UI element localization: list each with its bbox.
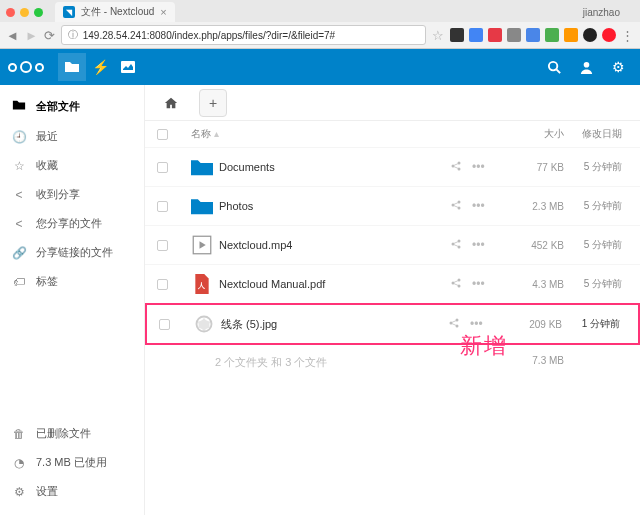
- header-size[interactable]: 大小: [520, 127, 574, 141]
- share-icon[interactable]: [450, 277, 462, 292]
- sidebar-item[interactable]: 🏷标签: [0, 267, 144, 296]
- file-size: 4.3 MB: [520, 279, 574, 290]
- more-icon[interactable]: •••: [472, 160, 485, 175]
- contacts-icon[interactable]: [572, 53, 600, 81]
- svg-line-19: [454, 244, 458, 246]
- window-controls[interactable]: [6, 8, 43, 17]
- file-date: 5 分钟前: [574, 160, 628, 174]
- tag-icon: 🏷: [12, 275, 26, 289]
- svg-line-13: [454, 205, 458, 207]
- extension-icons: ⋮: [450, 28, 634, 43]
- image-icon: [191, 312, 217, 336]
- ext-icon[interactable]: [488, 28, 502, 42]
- reload-button[interactable]: ⟳: [44, 28, 55, 43]
- row-checkbox[interactable]: [157, 201, 168, 212]
- file-row[interactable]: Photos ••• 2.3 MB 5 分钟前: [145, 186, 640, 225]
- sidebar-item[interactable]: ☆收藏: [0, 151, 144, 180]
- address-bar[interactable]: ⓘ 149.28.54.241:8080/index.php/apps/file…: [61, 25, 426, 45]
- add-new-button[interactable]: +: [199, 89, 227, 117]
- file-name[interactable]: 线条 (5).jpg: [221, 317, 448, 332]
- ext-icon[interactable]: [507, 28, 521, 42]
- search-icon[interactable]: [540, 53, 568, 81]
- link-icon: 🔗: [12, 246, 26, 260]
- browser-tab[interactable]: ◥ 文件 - Nextcloud ×: [55, 2, 175, 22]
- pie-icon: ◔: [12, 456, 26, 470]
- ext-icon[interactable]: [526, 28, 540, 42]
- back-button[interactable]: ◄: [6, 28, 19, 43]
- list-header: 名称 ▴ 大小 修改日期: [145, 121, 640, 147]
- row-checkbox[interactable]: [159, 319, 170, 330]
- row-checkbox[interactable]: [157, 279, 168, 290]
- ext-icon[interactable]: [545, 28, 559, 42]
- more-icon[interactable]: •••: [470, 317, 483, 332]
- share-icon[interactable]: [450, 199, 462, 214]
- close-window-icon[interactable]: [6, 8, 15, 17]
- sidebar-item[interactable]: <您分享的文件: [0, 209, 144, 238]
- row-checkbox[interactable]: [157, 162, 168, 173]
- select-all-checkbox[interactable]: [157, 129, 168, 140]
- file-name[interactable]: Documents: [219, 161, 450, 173]
- sidebar-item[interactable]: 🔗分享链接的文件: [0, 238, 144, 267]
- app-header: ⚡ ⚙: [0, 49, 640, 85]
- sidebar-item-label: 标签: [36, 274, 58, 289]
- browser-chrome: ◥ 文件 - Nextcloud × jianzhao ◄ ► ⟳ ⓘ 149.…: [0, 0, 640, 49]
- summary-text: 2 个文件夹 和 3 个文件: [215, 355, 450, 370]
- share-icon[interactable]: [450, 238, 462, 253]
- activity-app-icon[interactable]: ⚡: [86, 53, 114, 81]
- file-size: 77 KB: [520, 162, 574, 173]
- sidebar-item[interactable]: 🕘最近: [0, 122, 144, 151]
- sidebar-item[interactable]: 全部文件: [0, 91, 144, 122]
- header-date[interactable]: 修改日期: [574, 127, 628, 141]
- ext-icon[interactable]: [564, 28, 578, 42]
- summary-row: 2 个文件夹 和 3 个文件 7.3 MB: [145, 345, 640, 380]
- file-name[interactable]: Photos: [219, 200, 450, 212]
- file-row[interactable]: 人 Nextcloud Manual.pdf ••• 4.3 MB 5 分钟前: [145, 264, 640, 303]
- settings-item[interactable]: ⚙ 设置: [0, 477, 144, 506]
- opera-icon[interactable]: [602, 28, 616, 42]
- ext-icon[interactable]: [450, 28, 464, 42]
- app-body: 全部文件🕘最近☆收藏<收到分享<您分享的文件🔗分享链接的文件🏷标签 🗑 已删除文…: [0, 85, 640, 515]
- sidebar-item-label: 最近: [36, 129, 58, 144]
- svg-point-3: [583, 61, 589, 67]
- svg-line-24: [454, 280, 458, 282]
- share-icon: <: [12, 217, 26, 231]
- maximize-window-icon[interactable]: [34, 8, 43, 17]
- row-checkbox[interactable]: [157, 240, 168, 251]
- tab-strip: ◥ 文件 - Nextcloud × jianzhao: [0, 0, 640, 22]
- bookmark-star-icon[interactable]: ☆: [432, 28, 444, 43]
- home-breadcrumb[interactable]: [157, 89, 185, 117]
- info-icon[interactable]: ⓘ: [68, 28, 78, 42]
- trash-item[interactable]: 🗑 已删除文件: [0, 419, 144, 448]
- file-name[interactable]: Nextcloud Manual.pdf: [219, 278, 450, 290]
- star-icon: ☆: [12, 159, 26, 173]
- header-name[interactable]: 名称 ▴: [185, 127, 450, 141]
- more-icon[interactable]: •••: [472, 277, 485, 292]
- nextcloud-favicon-icon: ◥: [63, 6, 75, 18]
- nextcloud-logo-icon[interactable]: [8, 61, 44, 73]
- file-date: 5 分钟前: [574, 277, 628, 291]
- svg-text:人: 人: [198, 282, 207, 290]
- file-size: 452 KB: [520, 240, 574, 251]
- files-app-icon[interactable]: [58, 53, 86, 81]
- more-icon[interactable]: •••: [472, 199, 485, 214]
- menu-icon[interactable]: ⋮: [621, 28, 634, 43]
- file-name[interactable]: Nextcloud.mp4: [219, 239, 450, 251]
- trash-label: 已删除文件: [36, 426, 91, 441]
- ext-icon[interactable]: [469, 28, 483, 42]
- settings-gear-icon[interactable]: ⚙: [604, 53, 632, 81]
- address-bar-row: ◄ ► ⟳ ⓘ 149.28.54.241:8080/index.php/app…: [0, 22, 640, 48]
- tab-close-icon[interactable]: ×: [160, 6, 166, 18]
- share-icon[interactable]: [450, 160, 462, 175]
- sort-asc-icon: ▴: [214, 128, 219, 139]
- clock-icon: 🕘: [12, 130, 26, 144]
- ext-icon[interactable]: [583, 28, 597, 42]
- file-row[interactable]: Documents ••• 77 KB 5 分钟前: [145, 147, 640, 186]
- file-row[interactable]: 线条 (5).jpg ••• 209 KB 1 分钟前: [145, 303, 640, 345]
- svg-line-2: [556, 69, 560, 73]
- minimize-window-icon[interactable]: [20, 8, 29, 17]
- sidebar-item[interactable]: <收到分享: [0, 180, 144, 209]
- gallery-app-icon[interactable]: [114, 53, 142, 81]
- share-icon[interactable]: [448, 317, 460, 332]
- more-icon[interactable]: •••: [472, 238, 485, 253]
- file-row[interactable]: Nextcloud.mp4 ••• 452 KB 5 分钟前: [145, 225, 640, 264]
